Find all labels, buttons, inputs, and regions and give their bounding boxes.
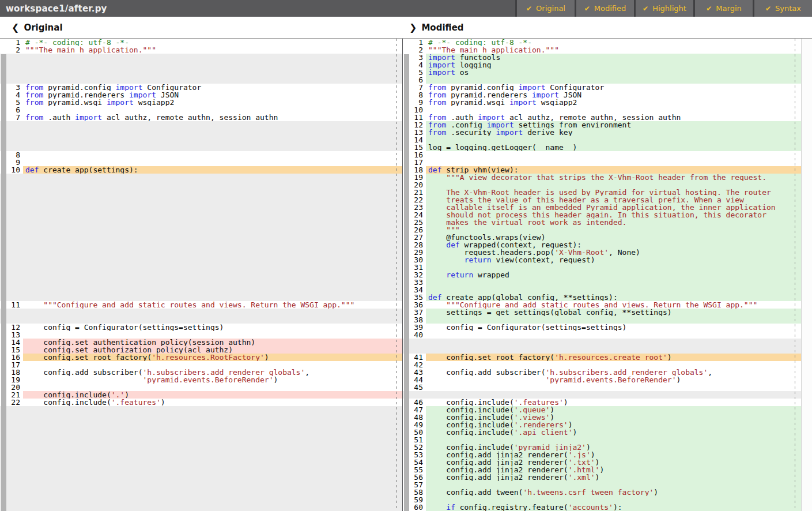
filler-row [403,346,801,354]
code-text: config.set_root_factory('h.resources.Roo… [23,354,402,361]
filler-row [0,436,402,444]
filler-row [0,264,402,271]
code-text [23,196,402,204]
toggle-highlight-button[interactable]: ✔Highlight [634,0,693,17]
code-row: 10 [403,106,801,114]
code-text [23,151,402,159]
filler-row [0,61,402,69]
code-text: def create_app(settings): [23,166,402,174]
filler-row [0,181,402,189]
toggle-syntax-button[interactable]: ✔Syntax [753,0,812,17]
code-row: 12from .config import settings_from_envi… [403,121,801,129]
modified-code-rows: 1# -*- coding: utf-8 -*-2"""The main h a… [403,39,801,511]
code-row: 24 should not process this header again.… [403,211,801,219]
code-text: def wrapped(context, request): [426,241,801,249]
filler-row [0,211,402,219]
toggle-margin-button[interactable]: ✔Margin [693,0,753,17]
code-text [23,496,402,504]
code-text: config.add_jinja2_renderer('.js') [426,451,801,459]
code-text [23,459,402,466]
code-text: config.set_root_factory('h.resources.cre… [426,354,801,361]
code-row: 47 config.include('.queue') [403,406,801,414]
code-text: from pyramid.renderers import JSON [23,91,402,99]
code-text: from pyramid.wsgi import wsgiapp2 [23,99,402,106]
filler-row [0,219,402,226]
code-row: 18def strip_vhm(view): [403,166,801,174]
code-row: 43 config.add_subscriber('h.subscribers.… [403,369,801,376]
original-pane-header: ❮ Original [12,22,63,33]
code-text [23,159,402,166]
code-text: config.include('.queue') [426,406,801,414]
code-row: 40 [403,331,801,339]
code-row: 6 [0,106,402,114]
code-row: 7from pyramid.config import Configurator [403,84,801,91]
code-row: 60 if config.registry.feature('accounts'… [403,504,801,511]
code-text: callable itself is an embedded Pyramid a… [426,204,801,211]
code-row: 21 The X-Vhm-Root header is used by Pyra… [403,189,801,196]
code-text [23,436,402,444]
code-row: 20 [403,181,801,189]
line-number: 1 [403,39,426,46]
code-row: 54 config.add_jinja2_renderer('.txt') [403,459,801,466]
code-text: """ [426,226,801,234]
code-row: 20 [0,384,402,391]
filler-row [0,481,402,489]
code-text: settings = get_settings(global_config, *… [426,309,801,316]
code-text [426,384,801,391]
modified-pane[interactable]: 1# -*- coding: utf-8 -*-2"""The main h a… [402,39,801,511]
code-row: 5import os [403,69,801,76]
code-text [23,474,402,481]
code-text [426,391,801,399]
code-row: 17 [0,361,402,369]
code-text: config.add_subscriber('h.subscribers.add… [426,369,801,376]
code-text [23,421,402,429]
checkmark-icon: ✔ [526,5,532,13]
code-row: 15 config.set_authorization_policy(acl_a… [0,346,402,354]
code-row: 53 config.add_jinja2_renderer('.js') [403,451,801,459]
code-text [23,286,402,294]
code-row: 39 config = Configurator(settings=settin… [403,324,801,331]
checkmark-icon: ✔ [643,5,648,13]
code-text [23,181,402,189]
filler-row [0,496,402,504]
code-text [426,181,801,189]
code-text [23,331,402,339]
original-pane[interactable]: 1# -*- coding: utf-8 -*-2"""The main h a… [0,39,402,511]
code-text [23,234,402,241]
code-row: 28 def wrapped(context, request): [403,241,801,249]
code-text: log = logging.getLogger(__name__) [426,144,801,151]
filler-row [0,204,402,211]
filler-row [0,76,402,84]
code-text [23,189,402,196]
code-row: 33 [403,279,801,286]
filler-row [0,451,402,459]
code-text [23,211,402,219]
scrollbar-track[interactable] [801,39,812,511]
view-toggles: ✔Original✔Modified✔Highlight✔Margin✔Synt… [515,0,812,17]
code-row: 19 """A view decorator that strips the X… [403,174,801,181]
code-text: should not process this header again. In… [426,211,801,219]
code-text [426,279,801,286]
toggle-original-button[interactable]: ✔Original [515,0,575,17]
filler-row [0,316,402,324]
filler-row [0,54,402,61]
code-text: from .auth import acl_authz, remote_auth… [426,114,801,121]
code-row: 52 config.include('pyramid_jinja2') [403,444,801,451]
code-row: 56 config.add_jinja2_renderer('.xml') [403,474,801,481]
file-title: workspace1/after.py [0,3,107,14]
code-text: makes the virtual root work as intended. [426,219,801,226]
code-text: """Configure and add static routes and v… [23,301,402,309]
filler-row [0,234,402,241]
code-text [426,316,801,324]
filler-row [0,406,402,414]
code-row: 45 [403,384,801,391]
code-row: 1# -*- coding: utf-8 -*- [0,39,402,46]
code-text [23,481,402,489]
code-text [426,496,801,504]
toggle-modified-button[interactable]: ✔Modified [575,0,634,17]
filler-row [0,144,402,151]
code-row: 3import functools [403,54,801,61]
code-text [23,294,402,301]
code-row: 16 [403,151,801,159]
code-text: from .auth import acl_authz, remote_auth… [23,114,402,121]
